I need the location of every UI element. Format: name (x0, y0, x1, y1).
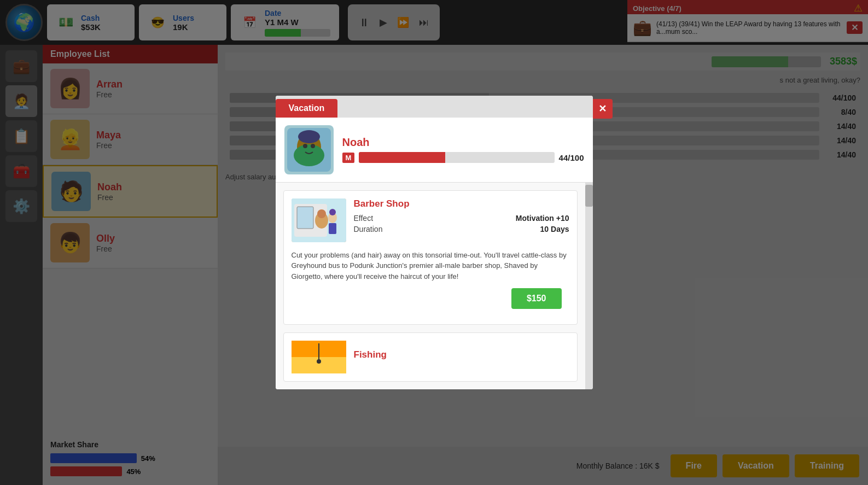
modal-content[interactable]: Barber Shop Effect Motivation +10 Durati… (276, 183, 585, 390)
motivation-value: 44/100 (559, 153, 584, 162)
svg-point-17 (317, 359, 321, 364)
vacation-card-fishing: Fishing (283, 332, 578, 382)
svg-point-10 (317, 209, 326, 218)
m-badge: M (342, 153, 355, 163)
modal-avatar-noah (284, 125, 334, 174)
modal-scroll-area: Barber Shop Effect Motivation +10 Durati… (276, 183, 593, 390)
barbershop-effect-label: Effect (354, 214, 374, 223)
vacation-modal: Vacation (276, 96, 593, 390)
svg-point-4 (311, 144, 315, 148)
barbershop-image (292, 198, 346, 242)
modal-employee-name: Noah (342, 136, 584, 149)
modal-tab-bar: Vacation (276, 96, 593, 118)
svg-point-5 (298, 130, 320, 143)
modal-close-button[interactable]: ✕ (593, 99, 613, 119)
svg-point-12 (329, 209, 336, 215)
vacation-card-barbershop-details: Barber Shop Effect Motivation +10 Durati… (354, 198, 569, 242)
barbershop-effect-row: Effect Motivation +10 (354, 214, 569, 223)
svg-point-3 (303, 144, 307, 148)
modal-scrollbar[interactable] (585, 183, 593, 390)
modal-scrollbar-thumb[interactable] (585, 185, 593, 207)
barbershop-title: Barber Shop (354, 198, 569, 209)
vacation-card-barbershop-top: Barber Shop Effect Motivation +10 Durati… (284, 191, 577, 250)
fishing-image (292, 341, 346, 373)
fishing-title: Fishing (354, 349, 387, 365)
motivation-bar (359, 152, 554, 163)
barbershop-duration-row: Duration 10 Days (354, 225, 569, 233)
motivation-row: M 44/100 (342, 152, 584, 163)
modal-overlay: Vacation (0, 0, 868, 485)
svg-rect-8 (297, 207, 313, 229)
svg-point-2 (294, 144, 324, 166)
barbershop-duration-label: Duration (354, 225, 383, 233)
vacation-tab[interactable]: Vacation (276, 99, 338, 118)
svg-rect-13 (329, 223, 336, 234)
barbershop-buy-button[interactable]: $150 (511, 288, 562, 309)
barbershop-description: Cut your problems (and hair) away on thi… (284, 250, 577, 289)
fishing-card-title: Fishing (354, 349, 387, 360)
vacation-card-barbershop: Barber Shop Effect Motivation +10 Durati… (283, 190, 578, 325)
barbershop-effect-value: Motivation +10 (516, 214, 569, 223)
motivation-bar-fill (359, 152, 445, 163)
modal-wrapper: Vacation (276, 96, 593, 390)
barbershop-duration-value: 10 Days (540, 225, 569, 233)
modal-employee-info: Noah M 44/100 (342, 136, 584, 163)
modal-employee-header: Noah M 44/100 (276, 118, 593, 183)
